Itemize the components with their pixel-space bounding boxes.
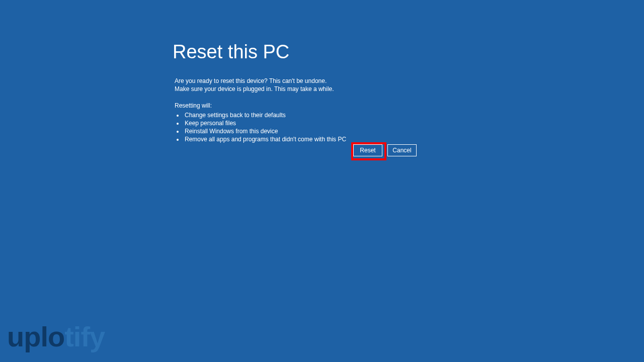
bullet-item: Change settings back to their defaults: [184, 111, 346, 119]
watermark-part-2: tify: [64, 321, 105, 352]
watermark-logo: uplotify: [7, 320, 105, 353]
watermark-part-1: uplo: [7, 321, 64, 352]
page-title: Reset this PC: [173, 41, 346, 63]
bullet-item: Keep personal files: [184, 119, 346, 127]
description-text: Are you ready to reset this device? This…: [175, 77, 346, 93]
reset-button[interactable]: Reset: [353, 144, 382, 156]
bullet-item: Reinstall Windows from this device: [184, 127, 346, 135]
reset-pc-panel: Reset this PC Are you ready to reset thi…: [173, 41, 346, 143]
bullet-item: Remove all apps and programs that didn't…: [184, 135, 346, 143]
description-line-2: Make sure your device is plugged in. Thi…: [175, 85, 346, 93]
resetting-bullet-list: Change settings back to their defaults K…: [184, 111, 346, 143]
button-row: Reset Cancel: [353, 144, 417, 156]
cancel-button[interactable]: Cancel: [387, 144, 417, 156]
description-line-1: Are you ready to reset this device? This…: [175, 77, 346, 85]
resetting-will-label: Resetting will:: [175, 102, 346, 109]
